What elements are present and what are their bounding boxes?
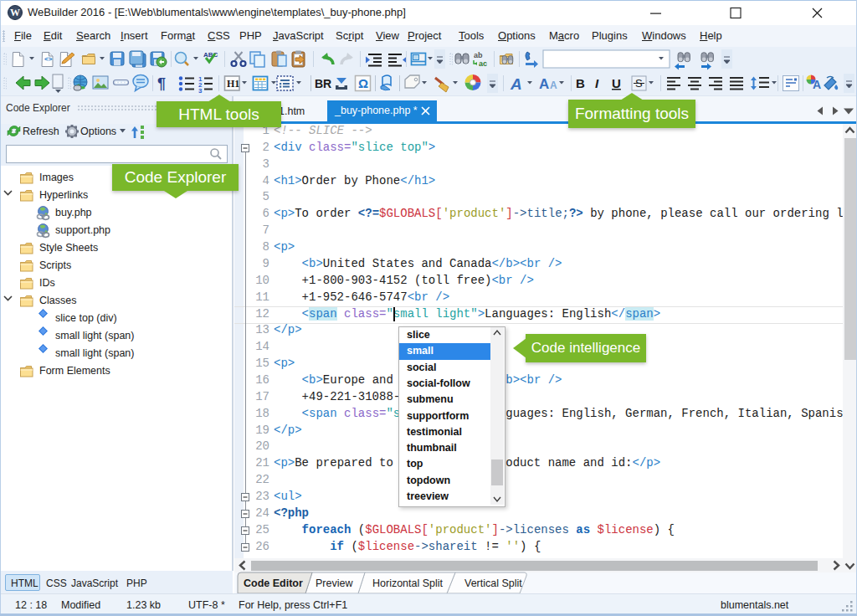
svg-text:Code Editor: Code Editor bbox=[244, 578, 303, 589]
svg-text:Preview: Preview bbox=[316, 578, 353, 589]
svg-text:Vertical Split: Vertical Split bbox=[464, 578, 522, 589]
svg-text:Horizontal Split: Horizontal Split bbox=[372, 578, 444, 589]
